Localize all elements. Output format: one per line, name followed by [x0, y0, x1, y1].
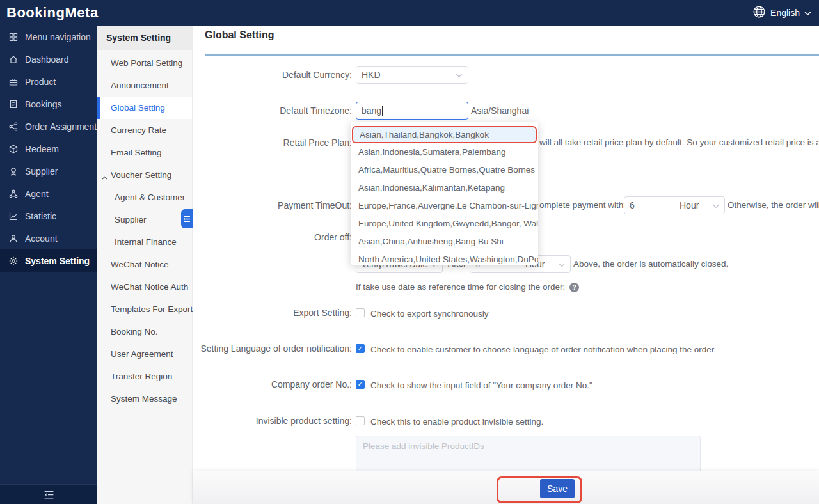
briefcase-icon [8, 77, 19, 87]
submenu-item-wechat-notice[interactable]: WeChat Notice [97, 253, 192, 276]
user-icon [8, 233, 19, 244]
submenu-item-booking-no[interactable]: Booking No. [97, 320, 192, 343]
submenu-item-templates-for-export[interactable]: Templates For Export [97, 298, 192, 320]
menu-fold-icon [44, 490, 54, 500]
default-currency-label: Default Currency: [282, 66, 352, 84]
order-off-note: Above, the order is automatically closed… [573, 255, 728, 273]
sidebar-item-agent[interactable]: Agent [0, 182, 97, 205]
sidebar-item-redeem[interactable]: Redeem [0, 138, 97, 160]
invisible-product-text: Check this to enable product invisible s… [370, 417, 543, 427]
secondary-sidebar: System Setting Web Portal Setting Announ… [97, 26, 193, 504]
title-divider [205, 54, 819, 56]
invisible-product-checkbox[interactable] [356, 416, 365, 425]
notification-language-text: Check to enable customer to choose langu… [370, 345, 714, 354]
sidebar-item-product[interactable]: Product [0, 70, 97, 93]
timezone-option[interactable]: North America,United States,Washington,D… [351, 251, 538, 265]
retail-price-plan-label: Retail Price Plan: [283, 134, 352, 152]
export-setting-text: Check to export synchronously [370, 309, 489, 319]
timezone-option[interactable]: Asian,China,Anhuisheng,Bang Bu Shi [351, 233, 538, 251]
sidebar-item-account[interactable]: Account [0, 227, 97, 249]
chevron-down-icon [804, 7, 811, 19]
export-setting-checkbox[interactable] [356, 308, 365, 317]
page-title: Global Setting [205, 29, 274, 41]
submenu-item-web-portal-setting[interactable]: Web Portal Setting [97, 52, 192, 74]
sidebar-item-dashboard[interactable]: Dashboard [0, 48, 97, 70]
chevron-up-icon [102, 173, 107, 182]
payment-timeout-label: Payment TimeOut: [278, 196, 352, 214]
timezone-option-highlighted[interactable]: Asian,Thailand,Bangkok,Bangkok [352, 126, 537, 143]
top-bar: BookingMeta English [0, 0, 819, 26]
menu-fold-icon [183, 216, 191, 223]
timezone-option[interactable]: Asian,Indonesia,Kalimantan,Ketapang [351, 179, 538, 197]
document-icon [8, 99, 19, 109]
submenu-item-voucher-supplier[interactable]: Supplier [97, 209, 192, 231]
timezone-option[interactable]: Africa,Mauritius,Quatre Bornes,Quatre Bo… [351, 161, 538, 179]
sidebar-item-order-assignment[interactable]: Order Assignment [0, 115, 97, 138]
text-cursor [382, 106, 383, 116]
chevron-down-icon [559, 259, 565, 269]
timezone-option[interactable]: Europe,United Kingdom,Gwynedd,Bangor, Wa… [351, 215, 538, 233]
export-setting-label: Export Setting: [293, 304, 352, 322]
company-order-no-text: Check to show the input field of "Your c… [370, 381, 592, 390]
box-icon [8, 144, 19, 154]
share-icon [8, 122, 19, 132]
submenu-item-user-agreement[interactable]: User Agreement [97, 343, 192, 365]
retail-price-plan-text: will all take retail price plan by defau… [539, 134, 819, 152]
default-timezone-input[interactable]: bang [356, 102, 468, 120]
save-button[interactable]: Save [540, 479, 575, 498]
payment-timeout-value-input[interactable]: 6 [624, 196, 674, 214]
order-off-reference-row: If take use date as reference time for c… [356, 280, 579, 295]
sidebar-item-statistic[interactable]: Statistic [0, 205, 97, 227]
language-switcher[interactable]: English [752, 0, 811, 26]
submenu-item-global-setting[interactable]: Global Setting [97, 97, 192, 119]
save-bar: Save [193, 471, 819, 504]
company-order-no-label: Company order No.: [271, 375, 352, 393]
company-order-no-checkbox[interactable]: ✓ [356, 380, 365, 389]
network-icon [8, 189, 19, 199]
submenu-item-voucher-setting[interactable]: Voucher Setting [97, 164, 192, 186]
language-label: English [770, 8, 800, 18]
payment-timeout-text-left: omplete payment within [539, 196, 630, 214]
invisible-product-label: Invisible product setting: [256, 412, 352, 430]
collapse-sidebar-button[interactable] [0, 484, 97, 504]
submenu-item-system-message[interactable]: System Message [97, 388, 192, 410]
medal-icon [8, 166, 19, 177]
submenu-item-email-setting[interactable]: Email Setting [97, 141, 192, 164]
brand-logo: BookingMeta [6, 4, 99, 21]
submenu-item-internal-finance[interactable]: Internal Finance [97, 231, 192, 253]
default-timezone-label: Default Timezone: [280, 102, 352, 120]
notification-language-label: Setting Language of order notification: [200, 340, 352, 358]
submenu-item-announcement[interactable]: Announcement [97, 74, 192, 97]
primary-sidebar: Menu navigation Dashboard Product Bookin… [0, 26, 97, 504]
home-icon [8, 54, 19, 65]
submenu-item-transfer-region[interactable]: Transfer Region [97, 365, 192, 388]
sidebar-item-menu-navigation[interactable]: Menu navigation [0, 26, 97, 48]
order-off-label: Order off: [314, 228, 352, 246]
order-off-reference-note: If take use date as reference time for c… [356, 278, 565, 296]
gear-icon [8, 256, 19, 266]
notification-language-checkbox[interactable]: ✓ [356, 344, 365, 353]
timezone-dropdown: Asian,Thailand,Bangkok,Bangkok Asian,Ind… [351, 122, 538, 265]
submenu-item-wechat-notice-auth[interactable]: WeChat Notice Auth [97, 276, 192, 298]
chevron-down-icon [456, 70, 463, 80]
sidebar-item-bookings[interactable]: Bookings [0, 93, 97, 115]
payment-timeout-text-right: Otherwise, the order will be [728, 196, 819, 214]
submenu-title: System Setting [97, 26, 192, 50]
sidebar-item-supplier[interactable]: Supplier [0, 160, 97, 182]
collapse-submenu-button[interactable] [181, 209, 193, 228]
help-icon[interactable]: ? [569, 283, 579, 292]
timezone-option[interactable]: Europe,France,Auvergne,Le Chambon-sur-Li… [351, 197, 538, 215]
app-window: BookingMeta English Menu navigation [0, 0, 819, 504]
chart-icon [8, 211, 19, 221]
globe-icon [752, 5, 766, 21]
payment-timeout-unit-select[interactable]: Hour [674, 196, 725, 214]
submenu-item-agent-customer[interactable]: Agent & Customer [97, 186, 192, 209]
chevron-down-icon [713, 200, 719, 210]
submenu-item-currency-rate[interactable]: Currency Rate [97, 119, 192, 141]
current-timezone-value: Asia/Shanghai [471, 102, 529, 120]
sidebar-item-system-setting[interactable]: System Setting [0, 249, 97, 272]
timezone-option[interactable]: Asian,Indonesia,Sumatera,Palembang [351, 143, 538, 161]
grid-icon [8, 32, 19, 42]
default-currency-select[interactable]: HKD [356, 66, 468, 84]
